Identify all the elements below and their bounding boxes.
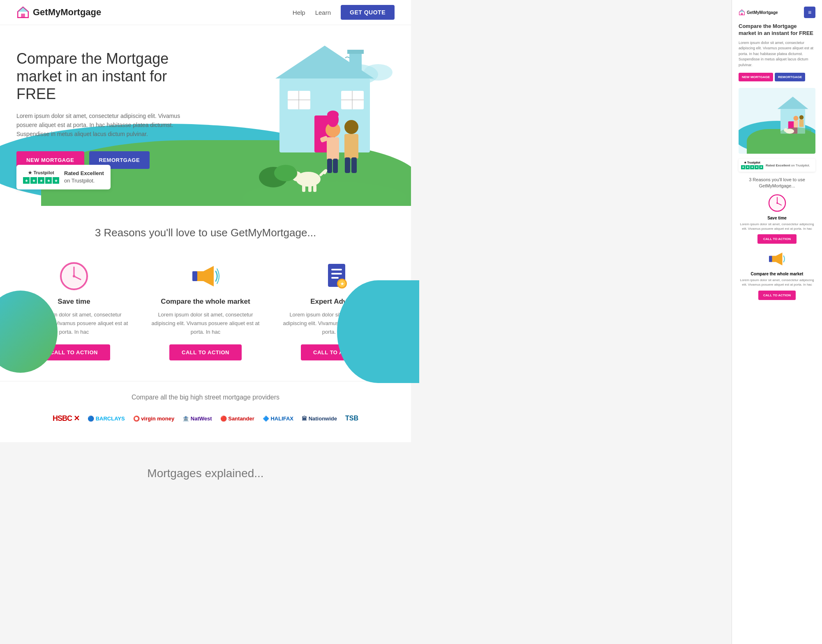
svg-point-61	[799, 115, 804, 120]
rp-hero-desc: Lorem ipsum dolor sit amet, consectetur …	[739, 40, 815, 68]
get-quote-button[interactable]: GET QUOTE	[341, 5, 395, 20]
svg-rect-31	[302, 185, 305, 192]
logo-icon	[16, 6, 30, 19]
learn-link[interactable]: Learn	[315, 9, 331, 16]
nationwide-logo: 🏛 Nationwide	[302, 411, 337, 426]
svg-text:★: ★	[340, 282, 344, 286]
trustpilot-text: ★ Trustpilot	[28, 170, 54, 175]
svg-rect-44	[192, 271, 197, 281]
rp-clock-icon	[767, 193, 787, 213]
clock-icon-wrapper	[58, 260, 90, 293]
svg-marker-70	[771, 253, 782, 265]
hero-title: Compare the Mortgage market in an instan…	[16, 50, 197, 103]
rp-hero-title: Compare the Mortgage market in an instan…	[739, 23, 815, 37]
star-1: ★	[23, 177, 30, 184]
svg-rect-23	[327, 159, 332, 173]
svg-rect-28	[351, 157, 357, 173]
rp-reason-2-desc: Lorem ipsum dolor sit amet, consectetur …	[739, 278, 815, 287]
rp-remortgage-button[interactable]: REMORTGAGE	[775, 73, 805, 81]
svg-marker-53	[739, 10, 745, 12]
hero-illustration	[206, 25, 411, 206]
tsb-logo: TSB	[345, 411, 358, 426]
svg-point-59	[794, 116, 799, 121]
rp-logo-area: GetMyMortgage	[739, 9, 778, 16]
right-panel: GetMyMortgage ≡ Compare the Mortgage mar…	[732, 0, 822, 505]
svg-marker-43	[195, 266, 214, 286]
svg-rect-16	[347, 50, 364, 54]
hero-content: Compare the Mortgage market in an instan…	[0, 25, 214, 177]
rp-trustpilot-logo: ★ Trustpilot ★ ★ ★ ★ ★	[741, 161, 763, 169]
svg-point-36	[274, 165, 297, 181]
star-5: ★	[53, 177, 59, 184]
svg-rect-24	[333, 159, 338, 173]
trustpilot-stars: ★ ★ ★ ★ ★	[23, 177, 59, 184]
svg-rect-32	[308, 185, 312, 192]
natwest-logo: 🏦 NatWest	[182, 411, 212, 426]
rp-reason-1-cta-button[interactable]: CALL TO ACTION	[757, 234, 797, 244]
rp-trustpilot-rated: Rated Excellent	[766, 164, 790, 167]
rp-menu-button[interactable]: ≡	[804, 7, 815, 18]
svg-rect-33	[313, 185, 316, 192]
providers-logos: HSBC ✕ 🔵 BARCLAYS ⭕ virgin money 🏦 NatWe…	[16, 411, 395, 426]
barclays-logo: 🔵 BARCLAYS	[88, 411, 125, 426]
reasons-title: 3 Reasons you'll love to use GetMyMortga…	[16, 226, 395, 239]
rp-site-name: GetMyMortgage	[747, 10, 778, 15]
trustpilot-on: on Trustpilot.	[64, 178, 95, 184]
rp-reason-1-title: Save time	[739, 216, 815, 220]
svg-rect-47	[331, 273, 342, 275]
svg-marker-56	[778, 97, 808, 109]
document-icon-wrapper: ★	[321, 260, 353, 293]
rp-trustpilot-box: ★ Trustpilot ★ ★ ★ ★ ★ Rated Excellent o…	[739, 159, 815, 172]
svg-rect-71	[769, 256, 772, 262]
navbar: GetMyMortgage Help Learn GET QUOTE	[0, 0, 411, 25]
star-4: ★	[45, 177, 52, 184]
hero-description: Lorem ipsum dolor sit amet, consectetur …	[16, 111, 197, 139]
svg-point-25	[344, 120, 358, 134]
reason-card-compare: Compare the whole market Lorem ipsum dol…	[148, 260, 263, 360]
rp-star-4: ★	[755, 165, 759, 169]
svg-rect-26	[344, 134, 358, 159]
star-3: ★	[38, 177, 44, 184]
rp-hero-buttons: NEW MORTGAGE REMORTGAGE	[739, 73, 815, 81]
rp-house-illustration	[774, 92, 811, 141]
rp-star-1: ★	[741, 165, 745, 169]
svg-rect-54	[741, 13, 743, 15]
site-name: GetMyMortgage	[33, 7, 101, 18]
rp-star-2: ★	[746, 165, 750, 169]
clock-icon	[58, 260, 90, 293]
trustpilot-rated: Rated Excellent	[64, 170, 104, 177]
star-2: ★	[30, 177, 37, 184]
rp-navbar: GetMyMortgage ≡	[739, 7, 815, 18]
rp-new-mortgage-button[interactable]: NEW MORTGAGE	[739, 73, 773, 81]
rp-megaphone-icon-wrapper	[739, 249, 815, 269]
help-link[interactable]: Help	[293, 9, 305, 16]
reason-2-cta-button[interactable]: CALL TO ACTION	[169, 344, 242, 360]
svg-rect-60	[794, 121, 798, 128]
reasons-grid: Save time Lorem ipsum dolor sit amet, co…	[16, 260, 395, 360]
logo-area: GetMyMortgage	[16, 6, 101, 19]
providers-title: Compare all the big high street mortgage…	[16, 394, 395, 401]
rp-hero-image	[739, 88, 815, 154]
svg-point-69	[776, 202, 778, 204]
rp-megaphone-icon	[767, 249, 787, 269]
rp-trustpilot-stars: ★ ★ ★ ★ ★	[741, 165, 763, 169]
rp-trustpilot-on: on Trustpilot.	[791, 164, 810, 167]
svg-point-20	[327, 111, 339, 119]
reason-2-desc: Lorem ipsum dolor sit amet, consectetur …	[148, 311, 263, 336]
svg-rect-46	[331, 269, 342, 270]
hsbc-logo: HSBC ✕	[53, 411, 79, 426]
svg-rect-27	[345, 157, 350, 173]
svg-rect-62	[799, 120, 804, 127]
svg-rect-2	[21, 14, 25, 18]
megaphone-icon	[189, 260, 222, 293]
rp-star-5: ★	[759, 165, 763, 169]
trustpilot-box: ★ Trustpilot ★ ★ ★ ★ ★ Rated Excellent o…	[16, 165, 111, 189]
reasons-section: 3 Reasons you'll love to use GetMyMortga…	[0, 206, 411, 381]
svg-marker-1	[18, 7, 28, 12]
rp-star-3: ★	[750, 165, 754, 169]
svg-point-64	[784, 128, 787, 132]
rp-reason-2-cta-button[interactable]: CALL TO ACTION	[758, 291, 796, 300]
providers-section: Compare all the big high street mortgage…	[0, 381, 411, 442]
mortgages-section: Mortgages explained...	[0, 442, 411, 505]
mortgages-title: Mortgages explained...	[16, 467, 395, 480]
